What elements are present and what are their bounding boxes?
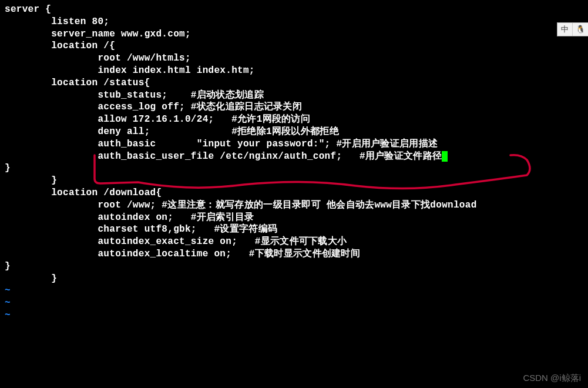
ime-icon[interactable]: 🐧 — [573, 23, 588, 36]
code-line: autoindex on; #开启索引目录 — [5, 212, 588, 224]
vim-tilde: ~ — [5, 297, 588, 309]
code-line: charset utf8,gbk; #设置字符编码 — [5, 223, 588, 236]
code-line: auth_basic "input your password:"; #开启用户… — [5, 138, 588, 150]
code-line: server { — [5, 4, 588, 16]
code-line: index index.html index.htm; — [5, 65, 588, 77]
terminal-editor[interactable]: server { listen 80; server_name www.gxd.… — [5, 4, 588, 322]
code-line: root /www/htmls; — [5, 52, 588, 65]
code-line: } — [5, 260, 588, 273]
code-line: allow 172.16.1.0/24; #允许1网段的访问 — [5, 113, 588, 126]
code-line: autoindex_localtime on; #下载时显示文件创建时间 — [5, 248, 588, 260]
vim-tilde: ~ — [5, 309, 588, 322]
cursor — [442, 151, 448, 162]
code-line: } — [5, 273, 588, 285]
code-line: access_log off; #状态化追踪日志记录关闭 — [5, 101, 588, 113]
code-line: location /download{ — [5, 187, 588, 199]
code-line: location /{ — [5, 40, 588, 52]
ime-lang-label[interactable]: 中 — [557, 23, 573, 36]
ime-indicator[interactable]: 中 🐧 — [557, 22, 588, 36]
code-line: server_name www.gxd.com; — [5, 28, 588, 41]
watermark: CSDN @i鲸落i — [523, 372, 581, 384]
code-line: deny all; #拒绝除1网段以外都拒绝 — [5, 126, 588, 138]
code-line: root /www; #这里注意：就写存放的一级目录即可 他会自动去www目录下… — [5, 199, 588, 212]
code-line: location /status{ — [5, 77, 588, 89]
code-line: } — [5, 175, 588, 187]
code-line: stub_status; #启动状态划追踪 — [5, 89, 588, 102]
code-line: listen 80; — [5, 16, 588, 28]
code-line: auth_basic_user_file /etc/nginx/auth_con… — [5, 150, 588, 163]
code-line: } — [5, 162, 588, 175]
code-line: autoindex_exact_size on; #显示文件可下载大小 — [5, 236, 588, 248]
vim-tilde: ~ — [5, 285, 588, 297]
